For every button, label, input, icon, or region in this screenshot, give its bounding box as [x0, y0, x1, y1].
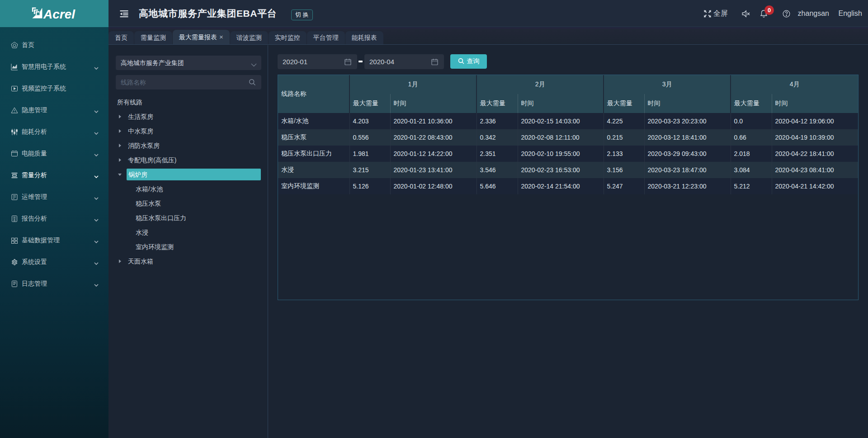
svg-text:Acrel: Acrel	[43, 7, 75, 21]
